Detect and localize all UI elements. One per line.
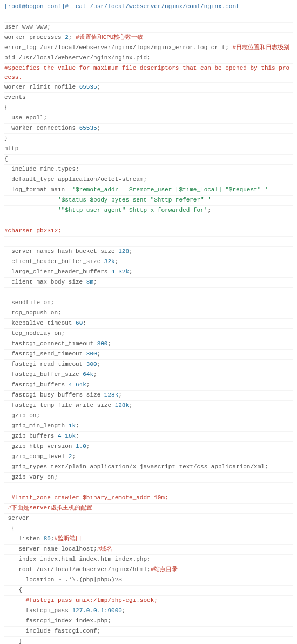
- key: error_log /usr/local/webserver/nginx/log…: [4, 44, 232, 51]
- key: fastcgi_send_timeout: [4, 351, 86, 357]
- string: '$remote_addr - $remote_user [$time_loca…: [72, 186, 268, 193]
- cfg-line: gzip_http_version 1.0;: [4, 442, 293, 452]
- cfg-line: fastcgi_temp_file_write_size 128k;: [4, 401, 293, 411]
- comment: #下面是server虚拟主机的配置: [8, 505, 92, 511]
- value: 1.0: [76, 443, 86, 450]
- semi: ;: [129, 402, 133, 408]
- cfg-line: user www www;: [4, 23, 293, 33]
- key: fastcgi_read_timeout: [4, 361, 86, 367]
- cfg-line: }: [4, 134, 293, 144]
- cfg-line: gzip_types text/plain application/x-java…: [4, 462, 293, 473]
- comment: #Specifies the value for maximum file de…: [4, 65, 289, 81]
- comment: #设置值和CPU核心数一致: [76, 34, 143, 41]
- semi: ;: [97, 125, 101, 131]
- cfg-line: events: [4, 93, 293, 103]
- value: 4: [58, 433, 62, 439]
- cfg-line: worker_rlimit_nofile 65535;: [4, 83, 293, 93]
- cfg-line: #Specifies the value for maximum file de…: [4, 64, 293, 83]
- key: fastcgi_busy_buffers_size: [4, 392, 104, 398]
- value: 4: [111, 269, 115, 275]
- cfg-line: {: [4, 103, 293, 113]
- key: client_max_body_size: [4, 279, 86, 285]
- comment: #limit_zone crawler $binary_remote_addr …: [11, 494, 168, 501]
- blank-line: [4, 12, 293, 23]
- key: fastcgi_connect_timeout: [4, 340, 97, 347]
- cfg-line: #limit_zone crawler $binary_remote_addr …: [4, 493, 293, 504]
- key: log_format main: [4, 186, 72, 193]
- cfg-line: fastcgi_busy_buffers_size 128k;: [4, 391, 293, 401]
- key: gzip_buffers: [4, 433, 58, 439]
- key: worker_processes: [4, 34, 65, 41]
- prompt-text: [root@bogon conf]# cat /usr/local/webser…: [4, 3, 240, 10]
- cfg-line: http: [4, 144, 293, 155]
- key: large_client_header_buffers: [4, 269, 111, 275]
- cfg-line: tcp_nopush on;: [4, 308, 293, 319]
- semi: ;: [129, 248, 133, 254]
- cfg-line: fastcgi_pass 127.0.0.1:9000;: [4, 606, 293, 616]
- cfg-line: client_max_body_size 8m;: [4, 278, 293, 288]
- cfg-line: fastcgi_buffers 4 64k;: [4, 380, 293, 391]
- cfg-line: gzip on;: [4, 411, 293, 421]
- value: 65535: [79, 125, 97, 131]
- cfg-line: fastcgi_buffer_size 64k;: [4, 370, 293, 380]
- semi: ;: [207, 207, 211, 213]
- semi: ;: [72, 453, 76, 460]
- cfg-line: {: [4, 524, 293, 534]
- semi: ;: [76, 433, 79, 439]
- value: 32k: [118, 269, 129, 275]
- semi: ;: [129, 269, 133, 275]
- cfg-line: fastcgi_send_timeout 300;: [4, 350, 293, 360]
- key: listen: [4, 535, 44, 542]
- key: fastcgi_buffer_size: [4, 371, 83, 378]
- value: 300: [97, 340, 108, 347]
- semi: ;: [122, 607, 126, 614]
- cfg-line: server_names_hash_bucket_size 128;: [4, 247, 293, 257]
- cfg-line: {: [4, 586, 293, 596]
- pad: [4, 197, 58, 203]
- cfg-line: sendfile on;: [4, 298, 293, 308]
- value: 32k: [104, 258, 115, 265]
- cfg-line: error_log /usr/local/webserver/nginx/log…: [4, 43, 293, 53]
- semi: ;: [118, 392, 122, 398]
- cfg-line: #下面是server虚拟主机的配置: [4, 504, 293, 514]
- semi: ;: [107, 340, 111, 347]
- comment: #站点目录: [151, 566, 178, 573]
- nginx-conf-code-block: [root@bogon conf]# cat /usr/local/webser…: [0, 0, 297, 644]
- semi: ;: [83, 320, 86, 326]
- key: gzip_http_version: [4, 443, 76, 450]
- cfg-line: large_client_header_buffers 4 32k;: [4, 267, 293, 278]
- value: 300: [86, 361, 97, 367]
- value: 128k: [115, 402, 129, 408]
- pad: [4, 597, 26, 603]
- value: 65535: [79, 84, 97, 90]
- value: 127.0.0.1:9000: [72, 607, 122, 614]
- semi: ;: [76, 422, 79, 429]
- value: 300: [86, 351, 97, 357]
- cfg-line: fastcgi_index index.php;: [4, 616, 293, 627]
- key: root /usr/local/webserver/nginx/html;: [4, 566, 151, 573]
- cfg-line: server_name localhost;#域名: [4, 545, 293, 555]
- blank-line: [4, 483, 293, 493]
- cfg-line: gzip_buffers 4 16k;: [4, 432, 293, 442]
- cfg-line: #fastcgi_pass unix:/tmp/php-cgi.sock;: [4, 596, 293, 606]
- cfg-line: gzip_vary on;: [4, 473, 293, 483]
- cfg-line: root /usr/local/webserver/nginx/html;#站点…: [4, 565, 293, 575]
- cfg-line: include fastcgi.conf;: [4, 627, 293, 637]
- key: worker_connections: [4, 125, 79, 131]
- comment: #charset gb2312;: [4, 227, 62, 234]
- key: gzip_min_length: [4, 422, 69, 429]
- pad: [4, 207, 58, 213]
- cfg-line: worker_connections 65535;: [4, 124, 293, 134]
- key: client_header_buffer_size: [4, 258, 104, 265]
- cfg-line: '$status $body_bytes_sent "$http_referer…: [4, 196, 293, 206]
- semi: ;: [86, 381, 90, 388]
- value: 80: [44, 535, 51, 542]
- value: 8m: [86, 279, 93, 285]
- value: 60: [76, 320, 83, 326]
- value: 64k: [76, 381, 86, 388]
- cfg-line: location ~ .*\.(php|php5)?$: [4, 575, 293, 586]
- key: fastcgi_pass: [4, 607, 72, 614]
- cfg-line: '"$http_user_agent" $http_x_forwarded_fo…: [4, 206, 293, 216]
- key: fastcgi_temp_file_write_size: [4, 402, 115, 408]
- key: fastcgi_buffers: [4, 381, 69, 388]
